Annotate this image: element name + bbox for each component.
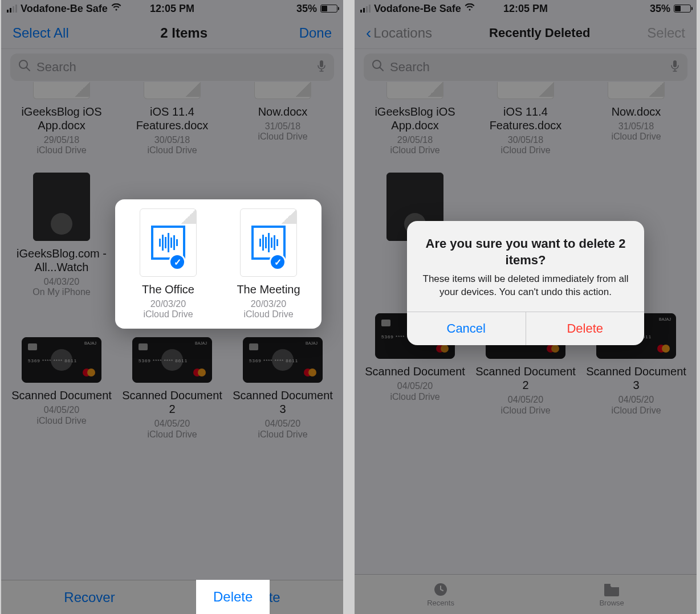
phone-right: Vodafone-Be Safe 12:05 PM 35% ‹ Location… [355, 0, 697, 614]
nav-bar: ‹ Locations Recently Deleted Select [355, 17, 697, 49]
selected-file-item[interactable]: ✓ The Meeting 20/03/20 iCloud Drive [221, 208, 316, 320]
file-location: iCloud Drive [584, 132, 689, 142]
status-time: 12:05 PM [503, 3, 548, 15]
file-date: 20/03/20 [121, 298, 215, 309]
file-location: iCloud Drive [121, 309, 215, 320]
tab-browse[interactable]: Browse [599, 582, 624, 607]
phone-left: Vodafone-Be Safe 12:05 PM 35% Select All… [1, 0, 343, 614]
file-date: 04/05/20 [120, 418, 225, 429]
file-name: iGeeksBlog iOS App.docx [363, 105, 467, 132]
file-location: iCloud Drive [584, 406, 689, 416]
file-name: Now.docx [584, 105, 689, 118]
back-label: Locations [373, 25, 432, 41]
wifi-icon [111, 3, 121, 14]
status-bar: Vodafone-Be Safe 12:05 PM 35% [1, 0, 343, 17]
alert-message: These items will be deleted immediately … [421, 273, 630, 299]
file-name: Scanned Document 2 [120, 388, 225, 416]
alert-title: Are you sure you want to delete 2 items? [421, 236, 630, 268]
file-location: iCloud Drive [221, 309, 316, 320]
file-item[interactable]: iGeeksBlog.com - All...Watch 04/03/20 On… [9, 173, 114, 297]
alert-delete-button[interactable]: Delete [526, 312, 645, 345]
file-item[interactable]: iGeeksBlog iOS App.docx 29/05/18 iCloud … [363, 82, 467, 155]
file-name: Scanned Document 2 [473, 365, 578, 392]
file-name: Now.docx [230, 105, 335, 118]
svg-rect-7 [604, 584, 611, 586]
doc-thumbnail [254, 82, 311, 99]
svg-rect-2 [320, 60, 323, 67]
file-item[interactable]: iOS 11.4 Features.docx 30/05/18 iCloud D… [473, 82, 578, 155]
carrier-label: Vodafone-Be Safe [21, 3, 108, 15]
audio-thumbnail: ✓ [140, 208, 197, 277]
battery-icon [674, 5, 691, 13]
selected-files-panel: ✓ The Office 20/03/20 iCloud Drive ✓ The… [115, 199, 321, 329]
search-icon [18, 59, 31, 75]
doc-thumbnail [608, 82, 665, 99]
checkmark-icon: ✓ [169, 253, 186, 271]
file-grid-row1: iGeeksBlog iOS App.docx 29/05/18 iCloud … [1, 82, 343, 155]
file-date: 31/05/18 [584, 121, 689, 132]
signal-icon [360, 5, 371, 13]
file-item[interactable]: 5369 **** **** 8611BAJAJ Scanned Documen… [230, 337, 335, 439]
file-item[interactable]: iGeeksBlog iOS App.docx 29/05/18 iCloud … [9, 82, 114, 155]
file-location: iCloud Drive [9, 416, 114, 426]
card-thumbnail: 5369 **** **** 8611BAJAJ [243, 337, 323, 383]
confirm-delete-alert: Are you sure you want to delete 2 items?… [407, 221, 644, 345]
file-date: 04/05/20 [473, 394, 578, 405]
file-date: 04/05/20 [584, 394, 689, 405]
svg-line-4 [380, 68, 384, 71]
wifi-icon [465, 3, 475, 14]
file-location: iCloud Drive [120, 429, 225, 440]
file-name: Scanned Document [363, 365, 467, 378]
file-grid-row3: 5369 **** **** 8611BAJAJ Scanned Documen… [1, 337, 343, 439]
nav-title: Recently Deleted [489, 26, 590, 40]
file-location: iCloud Drive [9, 145, 114, 155]
battery-icon [320, 5, 337, 13]
file-item[interactable]: 5369 **** **** 8611BAJAJ Scanned Documen… [9, 337, 114, 439]
done-button[interactable]: Done [299, 25, 332, 41]
file-item[interactable]: Now.docx 31/05/18 iCloud Drive [584, 82, 689, 155]
file-name: iOS 11.4 Features.docx [120, 105, 225, 132]
file-location: iCloud Drive [363, 145, 467, 155]
doc-thumbnail [33, 82, 90, 99]
selected-file-item[interactable]: ✓ The Office 20/03/20 iCloud Drive [121, 208, 215, 320]
tab-bar: Recents Browse [355, 574, 697, 614]
delete-button[interactable]: Delete [196, 580, 270, 614]
search-placeholder: Search [36, 60, 311, 75]
status-bar: Vodafone-Be Safe 12:05 PM 35% [355, 0, 697, 17]
search-placeholder: Search [390, 60, 665, 75]
select-all-button[interactable]: Select All [13, 25, 69, 41]
search-bar[interactable]: Search [364, 54, 687, 81]
doc-thumbnail [386, 82, 443, 99]
file-item[interactable]: 5369 **** **** 8611BAJAJ Scanned Documen… [120, 337, 225, 439]
svg-rect-5 [673, 60, 677, 67]
file-item[interactable]: iOS 11.4 Features.docx 30/05/18 iCloud D… [120, 82, 225, 155]
file-date: 04/05/20 [9, 404, 114, 415]
battery-pct: 35% [296, 3, 317, 15]
file-name: Scanned Document 3 [230, 388, 335, 416]
card-thumbnail: 5369 **** **** 8611BAJAJ [132, 337, 212, 383]
file-date: 30/05/18 [473, 134, 578, 145]
mic-icon[interactable] [317, 60, 326, 75]
doc-thumbnail [497, 82, 554, 99]
file-date: 30/05/18 [120, 134, 225, 145]
file-grid-row1: iGeeksBlog iOS App.docx 29/05/18 iCloud … [355, 82, 697, 155]
nav-title: 2 Items [160, 25, 207, 41]
tab-label: Browse [599, 599, 624, 607]
audio-thumbnail: ✓ [240, 208, 297, 277]
toolbar: Recover Delete [1, 580, 343, 614]
chevron-left-icon: ‹ [366, 25, 371, 41]
recover-button[interactable]: Recover [41, 582, 137, 613]
file-date: 29/05/18 [363, 134, 467, 145]
file-location: iCloud Drive [363, 392, 467, 402]
file-name: iGeeksBlog iOS App.docx [9, 105, 114, 132]
select-button[interactable]: Select [647, 25, 685, 41]
tab-recents[interactable]: Recents [427, 582, 454, 607]
file-name: iGeeksBlog.com - All...Watch [9, 247, 114, 274]
alert-cancel-button[interactable]: Cancel [407, 312, 526, 345]
file-item[interactable]: Now.docx 31/05/18 iCloud Drive [230, 82, 335, 155]
file-date: 20/03/20 [221, 298, 316, 309]
mic-icon[interactable] [670, 60, 679, 75]
search-bar[interactable]: Search [10, 54, 334, 81]
back-button[interactable]: ‹ Locations [366, 25, 432, 41]
file-location: iCloud Drive [230, 132, 335, 142]
